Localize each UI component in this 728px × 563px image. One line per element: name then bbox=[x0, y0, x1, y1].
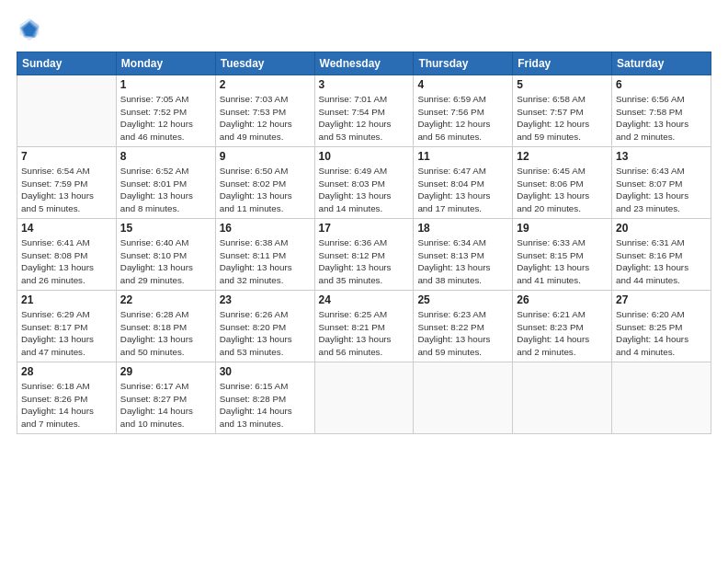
day-info: Sunrise: 6:38 AM Sunset: 8:11 PM Dayligh… bbox=[220, 236, 311, 287]
day-info: Sunrise: 6:23 AM Sunset: 8:22 PM Dayligh… bbox=[417, 308, 508, 359]
day-info: Sunrise: 7:01 AM Sunset: 7:54 PM Dayligh… bbox=[319, 93, 410, 144]
logo bbox=[17, 17, 46, 42]
day-number: 20 bbox=[616, 222, 707, 235]
day-info: Sunrise: 6:58 AM Sunset: 7:57 PM Dayligh… bbox=[517, 93, 608, 144]
day-number: 28 bbox=[21, 365, 112, 378]
calendar-cell: 4Sunrise: 6:59 AM Sunset: 7:56 PM Daylig… bbox=[414, 75, 513, 147]
day-info: Sunrise: 6:20 AM Sunset: 8:25 PM Dayligh… bbox=[616, 308, 707, 359]
day-info: Sunrise: 6:52 AM Sunset: 8:01 PM Dayligh… bbox=[120, 165, 211, 215]
day-info: Sunrise: 7:05 AM Sunset: 7:52 PM Dayligh… bbox=[120, 93, 211, 144]
day-number: 16 bbox=[220, 222, 311, 235]
day-number: 1 bbox=[120, 78, 211, 91]
day-number: 27 bbox=[616, 293, 707, 306]
calendar-cell: 2Sunrise: 7:03 AM Sunset: 7:53 PM Daylig… bbox=[215, 75, 314, 147]
calendar-week-1: 1Sunrise: 7:05 AM Sunset: 7:52 PM Daylig… bbox=[17, 75, 711, 147]
weekday-header-thursday: Thursday bbox=[414, 52, 513, 75]
calendar-cell: 16Sunrise: 6:38 AM Sunset: 8:11 PM Dayli… bbox=[215, 219, 314, 291]
calendar-cell: 11Sunrise: 6:47 AM Sunset: 8:04 PM Dayli… bbox=[414, 147, 513, 219]
day-number: 12 bbox=[517, 150, 608, 163]
day-info: Sunrise: 6:50 AM Sunset: 8:02 PM Dayligh… bbox=[220, 165, 311, 215]
day-info: Sunrise: 6:41 AM Sunset: 8:08 PM Dayligh… bbox=[21, 236, 112, 287]
day-info: Sunrise: 6:36 AM Sunset: 8:12 PM Dayligh… bbox=[319, 236, 410, 287]
weekday-header-wednesday: Wednesday bbox=[314, 52, 414, 75]
calendar-cell: 14Sunrise: 6:41 AM Sunset: 8:08 PM Dayli… bbox=[17, 219, 117, 291]
calendar-week-5: 28Sunrise: 6:18 AM Sunset: 8:26 PM Dayli… bbox=[17, 362, 711, 434]
day-info: Sunrise: 6:43 AM Sunset: 8:07 PM Dayligh… bbox=[616, 165, 707, 215]
day-info: Sunrise: 6:28 AM Sunset: 8:18 PM Dayligh… bbox=[120, 308, 211, 359]
calendar-cell bbox=[612, 362, 711, 434]
calendar-cell: 9Sunrise: 6:50 AM Sunset: 8:02 PM Daylig… bbox=[215, 147, 314, 219]
calendar-cell: 3Sunrise: 7:01 AM Sunset: 7:54 PM Daylig… bbox=[314, 75, 414, 147]
calendar-cell: 30Sunrise: 6:15 AM Sunset: 8:28 PM Dayli… bbox=[215, 362, 314, 434]
day-number: 13 bbox=[616, 150, 707, 163]
calendar-cell bbox=[17, 75, 117, 147]
calendar-cell: 13Sunrise: 6:43 AM Sunset: 8:07 PM Dayli… bbox=[612, 147, 711, 219]
day-number: 7 bbox=[21, 150, 112, 163]
page-header bbox=[17, 17, 711, 42]
day-info: Sunrise: 6:56 AM Sunset: 7:58 PM Dayligh… bbox=[616, 93, 707, 144]
day-info: Sunrise: 6:31 AM Sunset: 8:16 PM Dayligh… bbox=[616, 236, 707, 287]
calendar-cell: 18Sunrise: 6:34 AM Sunset: 8:13 PM Dayli… bbox=[414, 219, 513, 291]
day-info: Sunrise: 6:47 AM Sunset: 8:04 PM Dayligh… bbox=[417, 165, 508, 215]
day-number: 14 bbox=[21, 222, 112, 235]
day-info: Sunrise: 6:40 AM Sunset: 8:10 PM Dayligh… bbox=[120, 236, 211, 287]
calendar-cell: 10Sunrise: 6:49 AM Sunset: 8:03 PM Dayli… bbox=[314, 147, 414, 219]
weekday-header-tuesday: Tuesday bbox=[215, 52, 314, 75]
day-number: 18 bbox=[417, 222, 508, 235]
day-number: 17 bbox=[319, 222, 410, 235]
weekday-header-saturday: Saturday bbox=[612, 52, 711, 75]
calendar-cell: 17Sunrise: 6:36 AM Sunset: 8:12 PM Dayli… bbox=[314, 219, 414, 291]
calendar-cell: 15Sunrise: 6:40 AM Sunset: 8:10 PM Dayli… bbox=[116, 219, 215, 291]
day-number: 5 bbox=[517, 78, 608, 91]
day-info: Sunrise: 6:49 AM Sunset: 8:03 PM Dayligh… bbox=[319, 165, 410, 215]
day-info: Sunrise: 6:18 AM Sunset: 8:26 PM Dayligh… bbox=[21, 380, 112, 431]
day-number: 24 bbox=[319, 293, 410, 306]
calendar-cell: 23Sunrise: 6:26 AM Sunset: 8:20 PM Dayli… bbox=[215, 291, 314, 362]
calendar-cell: 12Sunrise: 6:45 AM Sunset: 8:06 PM Dayli… bbox=[513, 147, 612, 219]
day-number: 9 bbox=[220, 150, 311, 163]
calendar-cell bbox=[314, 362, 414, 434]
day-info: Sunrise: 6:34 AM Sunset: 8:13 PM Dayligh… bbox=[417, 236, 508, 287]
calendar-week-4: 21Sunrise: 6:29 AM Sunset: 8:17 PM Dayli… bbox=[17, 291, 711, 362]
calendar-cell: 20Sunrise: 6:31 AM Sunset: 8:16 PM Dayli… bbox=[612, 219, 711, 291]
calendar-cell: 29Sunrise: 6:17 AM Sunset: 8:27 PM Dayli… bbox=[116, 362, 215, 434]
calendar-table: SundayMondayTuesdayWednesdayThursdayFrid… bbox=[17, 52, 711, 434]
day-number: 4 bbox=[417, 78, 508, 91]
day-number: 10 bbox=[319, 150, 410, 163]
logo-icon bbox=[17, 17, 42, 42]
weekday-header-monday: Monday bbox=[116, 52, 215, 75]
day-number: 26 bbox=[517, 293, 608, 306]
day-number: 21 bbox=[21, 293, 112, 306]
day-info: Sunrise: 6:45 AM Sunset: 8:06 PM Dayligh… bbox=[517, 165, 608, 215]
day-info: Sunrise: 6:33 AM Sunset: 8:15 PM Dayligh… bbox=[517, 236, 608, 287]
day-number: 11 bbox=[417, 150, 508, 163]
day-number: 29 bbox=[120, 365, 211, 378]
day-number: 19 bbox=[517, 222, 608, 235]
day-number: 22 bbox=[120, 293, 211, 306]
day-number: 3 bbox=[319, 78, 410, 91]
calendar-cell: 26Sunrise: 6:21 AM Sunset: 8:23 PM Dayli… bbox=[513, 291, 612, 362]
calendar-week-2: 7Sunrise: 6:54 AM Sunset: 7:59 PM Daylig… bbox=[17, 147, 711, 219]
day-info: Sunrise: 6:15 AM Sunset: 8:28 PM Dayligh… bbox=[220, 380, 311, 431]
day-info: Sunrise: 6:17 AM Sunset: 8:27 PM Dayligh… bbox=[120, 380, 211, 431]
day-info: Sunrise: 7:03 AM Sunset: 7:53 PM Dayligh… bbox=[220, 93, 311, 144]
day-info: Sunrise: 6:26 AM Sunset: 8:20 PM Dayligh… bbox=[220, 308, 311, 359]
calendar-cell: 28Sunrise: 6:18 AM Sunset: 8:26 PM Dayli… bbox=[17, 362, 117, 434]
day-number: 15 bbox=[120, 222, 211, 235]
calendar-week-3: 14Sunrise: 6:41 AM Sunset: 8:08 PM Dayli… bbox=[17, 219, 711, 291]
calendar-cell: 27Sunrise: 6:20 AM Sunset: 8:25 PM Dayli… bbox=[612, 291, 711, 362]
calendar-cell: 25Sunrise: 6:23 AM Sunset: 8:22 PM Dayli… bbox=[414, 291, 513, 362]
day-info: Sunrise: 6:29 AM Sunset: 8:17 PM Dayligh… bbox=[21, 308, 112, 359]
calendar-cell: 7Sunrise: 6:54 AM Sunset: 7:59 PM Daylig… bbox=[17, 147, 117, 219]
day-number: 6 bbox=[616, 78, 707, 91]
day-number: 2 bbox=[220, 78, 311, 91]
calendar-cell: 5Sunrise: 6:58 AM Sunset: 7:57 PM Daylig… bbox=[513, 75, 612, 147]
day-info: Sunrise: 6:54 AM Sunset: 7:59 PM Dayligh… bbox=[21, 165, 112, 215]
calendar-cell: 22Sunrise: 6:28 AM Sunset: 8:18 PM Dayli… bbox=[116, 291, 215, 362]
day-info: Sunrise: 6:21 AM Sunset: 8:23 PM Dayligh… bbox=[517, 308, 608, 359]
calendar-cell: 8Sunrise: 6:52 AM Sunset: 8:01 PM Daylig… bbox=[116, 147, 215, 219]
weekday-header-sunday: Sunday bbox=[17, 52, 117, 75]
calendar-cell bbox=[414, 362, 513, 434]
day-number: 30 bbox=[220, 365, 311, 378]
calendar-cell: 6Sunrise: 6:56 AM Sunset: 7:58 PM Daylig… bbox=[612, 75, 711, 147]
